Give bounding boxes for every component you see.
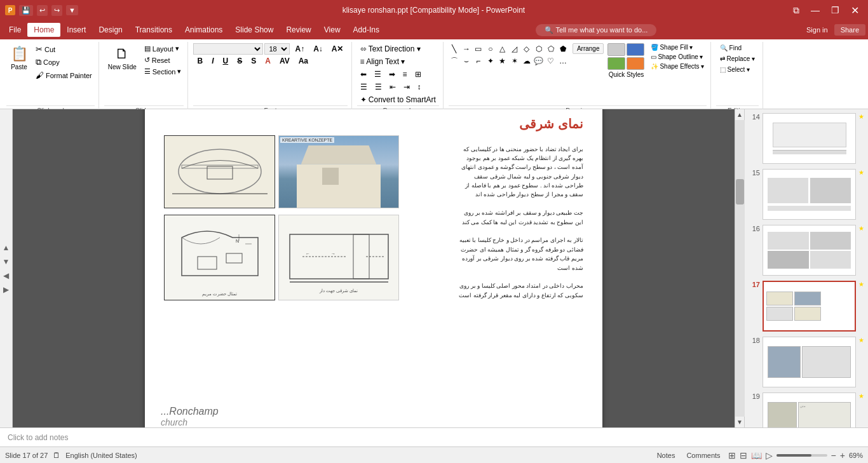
menu-transitions[interactable]: Transitions: [129, 23, 179, 37]
thumbnail-panel[interactable]: 14 ★ 15 ★: [744, 109, 868, 427]
slide-canvas[interactable]: نمای شرقی برای ایجاد تضاد با حضور منحنی …: [145, 109, 602, 427]
shape-star6[interactable]: ✶: [509, 55, 520, 67]
image-photo-topright[interactable]: KREARTIVE KONZEPTE: [278, 135, 399, 208]
strikethrough-button[interactable]: S: [233, 55, 246, 67]
clear-format-button[interactable]: A✕: [328, 43, 348, 55]
shape-more[interactable]: …: [557, 55, 569, 67]
shape-callout[interactable]: 💬: [533, 55, 545, 67]
menu-slide-show[interactable]: Slide Show: [229, 23, 280, 37]
italic-button[interactable]: I: [208, 55, 217, 67]
scroll-up-arrow[interactable]: ▲: [0, 241, 12, 255]
sign-in-button[interactable]: Sign in: [806, 26, 828, 34]
decrease-font-button[interactable]: A↓: [309, 43, 327, 55]
thumb-img-17[interactable]: [763, 281, 856, 332]
thumbnail-18[interactable]: 18 ★: [747, 335, 865, 389]
vscroll-track[interactable]: [735, 120, 745, 417]
convert-smartart-button[interactable]: ✦ Convert to SmartArt: [357, 94, 439, 105]
image-sketch-topleft[interactable]: [164, 135, 275, 208]
thumbnail-16[interactable]: 16 ★: [747, 224, 865, 277]
replace-button[interactable]: ⇄ Replace ▾: [716, 54, 759, 64]
menu-file[interactable]: File: [3, 23, 27, 37]
reset-button[interactable]: ↺ Reset: [142, 55, 184, 65]
shape-hex[interactable]: ⬡: [533, 43, 545, 55]
select-button[interactable]: ⬚ Select ▾: [716, 65, 759, 74]
image-section[interactable]: ← → نمای شرقی جهت دار: [278, 215, 399, 300]
font-name-select[interactable]: [193, 43, 263, 55]
thumbnail-14[interactable]: 14 ★: [747, 112, 865, 165]
find-button[interactable]: 🔍 Find: [716, 43, 759, 53]
shape-effects-button[interactable]: ✨ Shape Effects ▾: [648, 62, 706, 70]
slide-show-icon[interactable]: ▷: [766, 450, 773, 460]
columns-button[interactable]: ⊞: [412, 69, 424, 80]
shape-fill-button[interactable]: 🪣 Shape Fill ▾: [648, 43, 706, 51]
bold-button[interactable]: B: [193, 55, 207, 67]
justify-button[interactable]: ≡: [400, 69, 410, 80]
thumb-img-18[interactable]: [763, 337, 856, 387]
shape-rect[interactable]: ▭: [473, 43, 484, 55]
underline-button[interactable]: U: [219, 55, 233, 67]
paste-button[interactable]: 📋 Paste: [6, 43, 32, 73]
zoom-slider[interactable]: [776, 454, 827, 457]
vscroll-thumb[interactable]: [736, 179, 744, 205]
menu-add-ins[interactable]: Add-Ins: [347, 23, 386, 37]
shape-line[interactable]: ╲: [449, 43, 460, 55]
menu-review[interactable]: Review: [280, 23, 317, 37]
decrease-indent-button[interactable]: ⇤: [386, 81, 399, 93]
shape-circle[interactable]: ○: [485, 43, 496, 55]
new-slide-button[interactable]: 🗋 New Slide: [104, 43, 140, 73]
text-direction-button[interactable]: ⬄ Text Direction ▾: [357, 43, 424, 55]
thumbnail-15[interactable]: 15 ★: [747, 168, 865, 221]
shape-tri[interactable]: △: [497, 43, 508, 55]
align-right-button[interactable]: ➡: [386, 69, 398, 80]
note-bar[interactable]: Click to add notes: [0, 427, 868, 446]
shadow-button[interactable]: S: [247, 55, 260, 67]
shape-penta[interactable]: ⬠: [545, 43, 557, 55]
copy-button[interactable]: ⧉ Copy: [33, 56, 95, 69]
zoom-in-icon[interactable]: +: [840, 450, 845, 460]
tell-me-box[interactable]: 🔍 Tell me what you want to do...: [536, 24, 657, 36]
reading-view-icon[interactable]: 📖: [751, 450, 762, 460]
cut-button[interactable]: ✂ Cut: [33, 43, 95, 55]
layout-button[interactable]: ▤ Layout ▾: [142, 43, 184, 54]
align-left-button[interactable]: ⬅: [357, 69, 370, 80]
qs-swatch-2[interactable]: [627, 43, 644, 56]
scroll-down-arrow[interactable]: ▼: [0, 255, 12, 269]
line-spacing-button[interactable]: ↕: [414, 81, 424, 93]
font-size-select[interactable]: 18: [264, 43, 290, 55]
shape-arrow[interactable]: →: [461, 43, 472, 55]
share-button[interactable]: Share: [834, 24, 865, 36]
thumb-img-14[interactable]: [763, 113, 856, 164]
quick-styles-label[interactable]: Quick Styles: [609, 71, 644, 78]
thumb-img-19[interactable]: متن: [763, 393, 856, 427]
increase-font-button[interactable]: A↑: [291, 43, 308, 55]
shape-oct[interactable]: ⬟: [557, 43, 569, 55]
zoom-out-icon[interactable]: −: [831, 450, 836, 460]
shape-star5[interactable]: ★: [497, 55, 508, 67]
shape-bracket[interactable]: ⌐: [473, 55, 484, 67]
shape-cloud[interactable]: ☁: [521, 55, 532, 67]
menu-home[interactable]: Home: [27, 23, 60, 37]
comments-button[interactable]: Comments: [682, 450, 724, 460]
vscroll-up-arrow[interactable]: ▲: [735, 109, 745, 120]
thumb-img-15[interactable]: [763, 169, 856, 220]
save-qat-button[interactable]: 💾: [19, 5, 33, 16]
thumbnail-19[interactable]: 19 متن ★: [747, 391, 865, 427]
normal-view-icon[interactable]: ⊞: [728, 450, 736, 460]
scroll-expand-arrow[interactable]: ◀: [1, 269, 11, 283]
qs-swatch-1[interactable]: [607, 43, 625, 56]
slide-area[interactable]: نمای شرقی برای ایجاد تضاد با حضور منحنی …: [13, 109, 735, 427]
format-painter-button[interactable]: 🖌 Format Painter: [33, 69, 95, 81]
shape-arc[interactable]: ⌒: [449, 55, 460, 67]
minimize-button[interactable]: —: [807, 4, 824, 17]
section-button[interactable]: ☰ Section ▾: [142, 66, 184, 77]
shape-diamond[interactable]: ◇: [521, 43, 532, 55]
qs-swatch-3[interactable]: [607, 57, 625, 70]
shape-right-tri[interactable]: ◿: [509, 43, 520, 55]
numbered-list-button[interactable]: ☰: [372, 81, 385, 93]
change-case-button[interactable]: Aa: [295, 55, 312, 67]
undo-qat-button[interactable]: ↩: [37, 5, 48, 16]
vscroll-down-arrow[interactable]: ▼: [735, 417, 745, 427]
slide-sorter-icon[interactable]: ⊟: [740, 450, 747, 460]
char-spacing-button[interactable]: AV: [276, 55, 294, 67]
menu-insert[interactable]: Insert: [60, 23, 92, 37]
